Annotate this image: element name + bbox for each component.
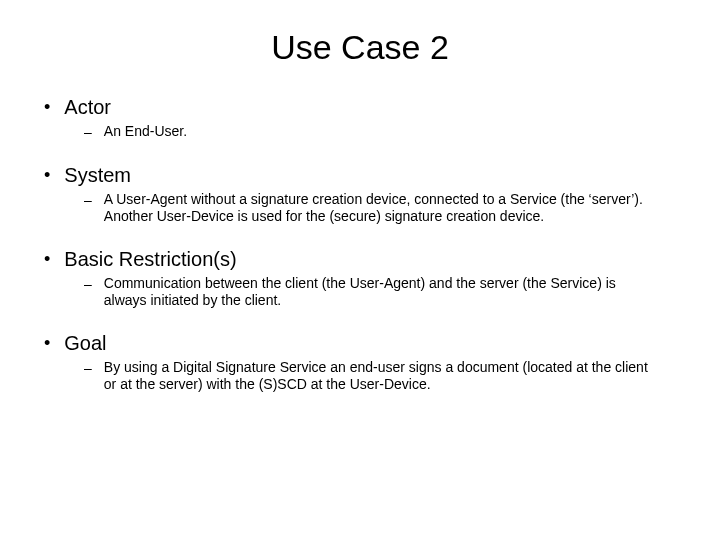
item-heading: System	[64, 163, 131, 187]
bullet-level1: • System	[44, 163, 680, 187]
bullet-dot-icon: •	[44, 95, 50, 119]
item-system: • System – A User-Agent without a signat…	[40, 163, 680, 225]
slide-title: Use Case 2	[40, 28, 680, 67]
item-body: A User-Agent without a signature creatio…	[104, 191, 652, 225]
bullet-level1: • Actor	[44, 95, 680, 119]
bullet-level2: – An End-User.	[84, 123, 680, 141]
bullet-dash-icon: –	[84, 123, 92, 141]
bullet-dash-icon: –	[84, 191, 92, 209]
item-body: Communication between the client (the Us…	[104, 275, 652, 309]
bullet-dash-icon: –	[84, 359, 92, 377]
bullet-dot-icon: •	[44, 163, 50, 187]
item-basic-restrictions: • Basic Restriction(s) – Communication b…	[40, 247, 680, 309]
bullet-level2: – By using a Digital Signature Service a…	[84, 359, 680, 393]
bullet-level1: • Goal	[44, 331, 680, 355]
item-heading: Goal	[64, 331, 106, 355]
item-body: By using a Digital Signature Service an …	[104, 359, 652, 393]
bullet-level2: – A User-Agent without a signature creat…	[84, 191, 680, 225]
item-actor: • Actor – An End-User.	[40, 95, 680, 141]
bullet-dot-icon: •	[44, 331, 50, 355]
item-goal: • Goal – By using a Digital Signature Se…	[40, 331, 680, 393]
bullet-level2: – Communication between the client (the …	[84, 275, 680, 309]
bullet-level1: • Basic Restriction(s)	[44, 247, 680, 271]
item-heading: Actor	[64, 95, 111, 119]
item-body: An End-User.	[104, 123, 187, 140]
item-heading: Basic Restriction(s)	[64, 247, 236, 271]
bullet-dash-icon: –	[84, 275, 92, 293]
bullet-dot-icon: •	[44, 247, 50, 271]
